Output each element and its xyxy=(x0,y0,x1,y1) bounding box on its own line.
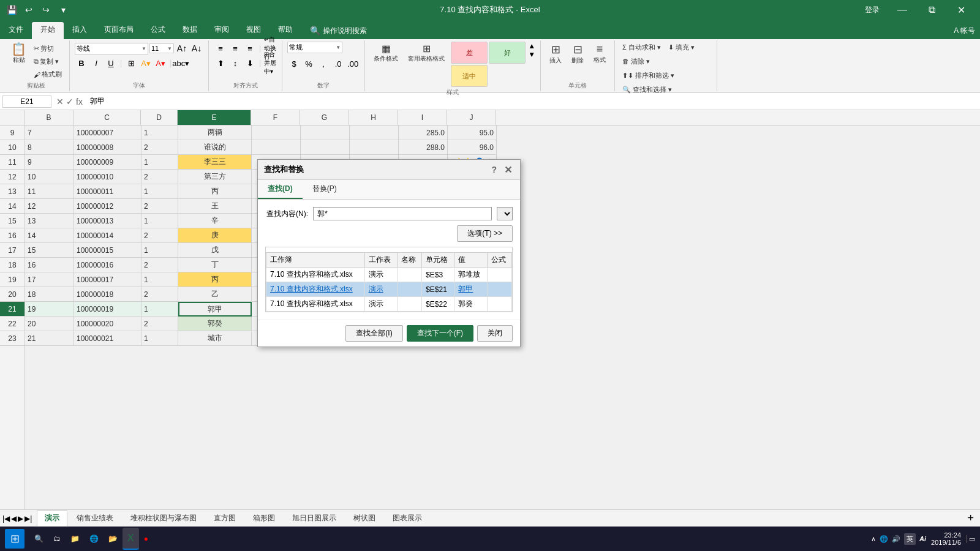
sheet-tab-stacked[interactable]: 堆积柱状图与瀑布图 xyxy=(123,510,205,527)
cell-c11[interactable]: 100000009 xyxy=(74,155,141,170)
sheet-nav-last[interactable]: ▶| xyxy=(24,514,32,523)
cell-c14[interactable]: 100000012 xyxy=(74,199,141,214)
taskbar-excel[interactable]: X xyxy=(123,528,139,550)
systray-lang-icon[interactable]: 英 xyxy=(904,533,916,545)
sheet-nav-first[interactable]: |◀ xyxy=(2,514,10,523)
cell-e13[interactable]: 丙 xyxy=(178,184,252,199)
bold-button[interactable]: B xyxy=(75,56,88,70)
formula-input[interactable] xyxy=(88,96,978,107)
confirm-icon[interactable]: ✓ xyxy=(66,97,74,107)
row-header-20[interactable]: 20 xyxy=(0,287,24,302)
cell-e18[interactable]: 丁 xyxy=(178,258,252,272)
row-header-16[interactable]: 16 xyxy=(0,228,24,243)
cell-d23[interactable]: 1 xyxy=(141,331,178,346)
dialog-title-bar[interactable]: 查找和替换 ? ✕ xyxy=(258,160,520,180)
row-header-11[interactable]: 11 xyxy=(0,155,24,170)
row-header-14[interactable]: 14 xyxy=(0,199,24,214)
save-button[interactable]: 💾 xyxy=(5,3,18,17)
taskbar-files[interactable]: 📂 xyxy=(104,528,123,550)
col-header-j[interactable]: J xyxy=(447,110,496,125)
result-row-2[interactable]: 7.10 查找内容和格式.xlsx 演示 $E$21 郭甲 xyxy=(266,282,512,297)
cell-e22[interactable]: 郭癸 xyxy=(178,317,252,331)
cell-c22[interactable]: 100000020 xyxy=(74,317,141,331)
row-header-22[interactable]: 22 xyxy=(0,317,24,331)
cell-c12[interactable]: 100000010 xyxy=(74,170,141,184)
cell-c19[interactable]: 100000017 xyxy=(74,272,141,287)
fill-button[interactable]: ⬇ 填充 ▾ xyxy=(666,42,697,53)
tab-insert[interactable]: 插入 xyxy=(64,22,96,39)
corner-cell[interactable] xyxy=(0,110,24,125)
italic-button[interactable]: I xyxy=(89,56,103,70)
row-header-9[interactable]: 9 xyxy=(0,126,24,140)
cell-e17[interactable]: 戊 xyxy=(178,243,252,258)
cell-e21[interactable]: 郭甲 xyxy=(178,302,252,317)
sort-filter-button[interactable]: ⬆⬇ 排序和筛选 ▾ xyxy=(620,70,677,81)
tab-file[interactable]: 文件 xyxy=(0,22,32,39)
row-header-23[interactable]: 23 xyxy=(0,331,24,346)
tab-formulas[interactable]: 公式 xyxy=(142,22,174,39)
cell-c15[interactable]: 100000013 xyxy=(74,214,141,228)
cell-d19[interactable]: 1 xyxy=(141,272,178,287)
restore-button[interactable]: ⧉ xyxy=(918,0,946,20)
sheet-tab-treemap[interactable]: 树状图 xyxy=(345,510,383,527)
font-size-select[interactable]: 11 ▼ xyxy=(149,43,174,53)
format-button[interactable]: ≡ 格式 xyxy=(590,42,609,66)
tab-home[interactable]: 开始 xyxy=(32,22,64,39)
dialog-close-button[interactable]: ✕ xyxy=(502,163,514,176)
taskbar-task-view[interactable]: 🗂 xyxy=(48,528,66,550)
undo-button[interactable]: ↩ xyxy=(22,3,36,17)
result-row-1[interactable]: 7.10 查找内容和格式.xlsx 演示 $E$3 郭堆放 xyxy=(266,268,512,282)
insert-button[interactable]: ⊞ 插入 xyxy=(546,42,565,66)
col-header-f[interactable]: F xyxy=(251,110,300,125)
cell-b18[interactable]: 16 xyxy=(25,258,74,272)
name-box[interactable] xyxy=(2,96,51,108)
cell-i9[interactable]: 285.0 xyxy=(399,126,448,140)
sheet-nav-prev[interactable]: ◀ xyxy=(11,514,17,523)
results-container[interactable]: 工作簿 工作表 名称 单元格 值 公式 7.10 查找内容和格式.xlsx 演示 xyxy=(265,247,513,312)
cut-button[interactable]: ✂剪切 xyxy=(31,43,64,54)
col-header-e[interactable]: E xyxy=(178,110,251,125)
cell-b17[interactable]: 15 xyxy=(25,243,74,258)
taskbar-search[interactable]: 🔍 xyxy=(29,528,48,550)
col-header-b[interactable]: B xyxy=(24,110,74,125)
cell-d20[interactable]: 2 xyxy=(141,287,178,302)
sheet-tab-histogram[interactable]: 直方图 xyxy=(206,510,244,527)
cell-b23[interactable]: 21 xyxy=(25,331,74,346)
tab-review[interactable]: 审阅 xyxy=(206,22,238,39)
cell-b13[interactable]: 11 xyxy=(25,184,74,199)
style-good[interactable]: 好 xyxy=(489,42,526,64)
font-name-select[interactable]: 等线 ▼ xyxy=(75,43,148,54)
number-format-select[interactable]: 常规 ▼ xyxy=(287,42,342,53)
cell-c18[interactable]: 100000016 xyxy=(74,258,141,272)
row-header-12[interactable]: 12 xyxy=(0,170,24,184)
user-account[interactable]: A 帐号 xyxy=(954,26,975,36)
cell-c21[interactable]: 100000019 xyxy=(74,302,141,317)
tab-data[interactable]: 数据 xyxy=(174,22,206,39)
options-button[interactable]: 选项(T) >> xyxy=(457,225,513,242)
cell-c20[interactable]: 100000018 xyxy=(74,287,141,302)
result-value-link-2[interactable]: 郭甲 xyxy=(458,285,473,293)
align-bottom-button[interactable]: ⬇ xyxy=(243,56,257,70)
row-header-19[interactable]: 19 xyxy=(0,272,24,287)
cell-f9[interactable] xyxy=(252,126,301,140)
systray-network-icon[interactable]: 🌐 xyxy=(880,535,888,543)
increase-font-button[interactable]: A↑ xyxy=(175,42,189,55)
styles-scroll[interactable]: ▲▼ xyxy=(528,42,535,59)
cell-d18[interactable]: 2 xyxy=(141,258,178,272)
style-bad[interactable]: 差 xyxy=(451,42,488,64)
cell-i10[interactable]: 288.0 xyxy=(399,140,448,155)
merge-center-button[interactable]: ⊞合并居中▾ xyxy=(263,56,277,70)
cell-d10[interactable]: 2 xyxy=(141,140,178,155)
taskbar-cortana[interactable]: ● xyxy=(139,528,153,550)
comma-button[interactable]: , xyxy=(317,57,330,70)
sheet-tab-sales[interactable]: 销售业绩表 xyxy=(69,510,121,527)
cancel-icon[interactable]: ✕ xyxy=(56,97,64,107)
cell-g9[interactable] xyxy=(301,126,350,140)
close-dialog-button[interactable]: 关闭 xyxy=(477,325,513,342)
find-select-button[interactable]: 🔍 查找和选择 ▾ xyxy=(620,84,674,96)
row-header-10[interactable]: 10 xyxy=(0,140,24,155)
dialog-tab-replace[interactable]: 替换(P) xyxy=(303,180,347,199)
align-right-button[interactable]: ≡ xyxy=(243,42,257,55)
cell-c17[interactable]: 100000015 xyxy=(74,243,141,258)
quick-access-more[interactable]: ▾ xyxy=(56,3,70,17)
